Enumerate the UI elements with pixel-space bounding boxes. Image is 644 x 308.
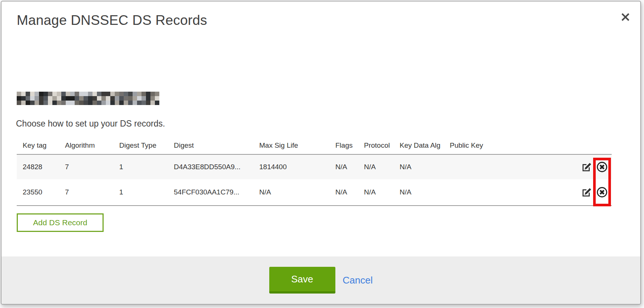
- ds-records-table: Key tag Algorithm Digest Type Digest Max…: [17, 137, 612, 206]
- x-circle-glyph: [596, 161, 608, 173]
- x-circle-glyph: [596, 186, 608, 198]
- cancel-link[interactable]: Cancel: [343, 275, 373, 286]
- dialog-title: Manage DNSSEC DS Records: [17, 13, 207, 28]
- cell-digest: 54FCF030AA1C79...: [174, 188, 259, 196]
- instruction-text: Choose how to set up your DS records.: [16, 119, 165, 129]
- cell-key-data-alg: N/A: [400, 188, 450, 196]
- col-header-public-key: Public Key: [450, 141, 522, 150]
- cell-digest-type: 1: [119, 188, 174, 196]
- x-glyph: [621, 12, 630, 22]
- table-header-row: Key tag Algorithm Digest Type Digest Max…: [17, 137, 612, 155]
- pencil-square-glyph: [581, 187, 592, 198]
- col-header-flags: Flags: [335, 141, 364, 150]
- col-header-digest-type: Digest Type: [119, 141, 174, 150]
- save-button[interactable]: Save: [269, 267, 335, 294]
- close-icon[interactable]: [619, 10, 632, 24]
- cell-max-sig-life: 1814400: [259, 163, 335, 171]
- cell-flags: N/A: [335, 163, 364, 171]
- redacted-domain-text: [17, 92, 159, 105]
- cell-key-tag: 24828: [17, 163, 65, 171]
- manage-dnssec-ds-records-dialog: Manage DNSSEC DS Records Choose how to s…: [1, 1, 641, 305]
- col-header-digest: Digest: [174, 141, 259, 150]
- dialog-footer: Save Cancel: [1, 256, 640, 304]
- delete-record-icon[interactable]: [596, 186, 608, 198]
- cell-key-tag: 23550: [17, 188, 65, 196]
- cell-key-data-alg: N/A: [400, 163, 450, 171]
- cell-actions: [522, 161, 612, 173]
- cell-algorithm: 7: [65, 188, 119, 196]
- col-header-key-data-alg: Key Data Alg: [400, 141, 450, 150]
- col-header-protocol: Protocol: [364, 141, 400, 150]
- edit-record-icon[interactable]: [580, 161, 592, 173]
- col-header-max-sig-life: Max Sig Life: [259, 141, 335, 150]
- table-row: 24828 7 1 D4A33E8DD550A9... 1814400 N/A …: [17, 155, 612, 179]
- pencil-square-glyph: [581, 161, 592, 173]
- cell-digest-type: 1: [119, 163, 174, 171]
- cell-algorithm: 7: [65, 163, 119, 171]
- cell-flags: N/A: [335, 188, 364, 196]
- cell-max-sig-life: N/A: [259, 188, 335, 196]
- cell-digest: D4A33E8DD550A9...: [174, 163, 259, 171]
- add-ds-record-button[interactable]: Add DS Record: [17, 213, 104, 232]
- table-row: 23550 7 1 54FCF030AA1C79... N/A N/A N/A …: [17, 179, 612, 206]
- edit-record-icon[interactable]: [580, 186, 592, 198]
- delete-record-icon[interactable]: [596, 161, 608, 173]
- cell-protocol: N/A: [364, 163, 400, 171]
- col-header-key-tag: Key tag: [17, 141, 65, 150]
- col-header-algorithm: Algorithm: [65, 141, 119, 150]
- cell-actions: [522, 186, 612, 198]
- cell-protocol: N/A: [364, 188, 400, 196]
